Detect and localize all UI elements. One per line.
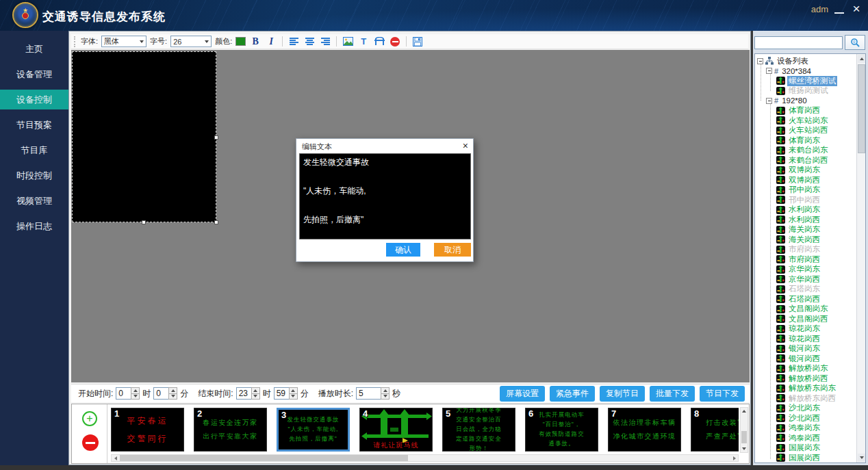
tree-device-row[interactable]: 火车站岗东: [755, 116, 856, 126]
tree-device-row[interactable]: 邗中岗西: [755, 195, 856, 205]
resize-handle-right[interactable]: [214, 135, 218, 140]
tree-device-row[interactable]: 体育岗西: [755, 106, 856, 116]
tree-device-row[interactable]: 银河岗西: [755, 354, 856, 364]
playlist-thumbnail[interactable]: 6 扎实开展电动车"百日整治"，有效预防道路交通事故。: [525, 408, 598, 452]
led-preview-panel[interactable]: [72, 51, 216, 222]
tree-device-row[interactable]: 双博岗西: [755, 175, 856, 185]
tree-device-row[interactable]: 京华岗东: [755, 265, 856, 275]
spin-down-button[interactable]: [168, 394, 177, 400]
playlist-thumbnail[interactable]: 5 大力开展秋冬季交通安全整治百日会战，全力稳定道路交通安全形势！: [442, 408, 515, 452]
scroll-up-icon[interactable]: [858, 55, 865, 63]
tree-device-row[interactable]: 琼花岗东: [755, 324, 856, 335]
tree-device-row[interactable]: 邗中岗东: [755, 185, 856, 196]
cancel-button[interactable]: 取消: [434, 243, 471, 257]
start-hour-value[interactable]: 0: [116, 387, 131, 400]
tree-device-row[interactable]: 鸿泰岗西: [755, 433, 856, 443]
playlist-thumbnail[interactable]: 1 平安春运交警同行: [111, 408, 184, 452]
search-button[interactable]: 0: [845, 35, 865, 50]
tree-root-row[interactable]: 设备列表: [755, 56, 856, 66]
spin-down-button[interactable]: [251, 394, 260, 400]
tree-group-row[interactable]: #192*80: [755, 96, 856, 106]
tree-device-row[interactable]: 体育岗东: [755, 135, 856, 146]
sidebar-item[interactable]: 节目库: [0, 140, 68, 160]
tree-device-row[interactable]: 银河岗东: [755, 344, 856, 354]
duration-value[interactable]: 5: [356, 387, 381, 400]
tree-device-row[interactable]: 螺丝湾桥测试: [755, 76, 856, 86]
spin-up-button[interactable]: [381, 387, 390, 394]
action-button[interactable]: 紧急事件: [550, 386, 595, 402]
close-button[interactable]: ×: [850, 2, 863, 16]
dialog-close-button[interactable]: ×: [463, 140, 468, 151]
font-select[interactable]: 黑体: [101, 36, 146, 47]
scrollbar-thumb[interactable]: [741, 431, 747, 443]
tree-device-row[interactable]: 水利岗西: [755, 215, 856, 225]
spin-down-button[interactable]: [131, 394, 140, 400]
tree-device-row[interactable]: 鸿泰岗东: [755, 423, 856, 434]
sidebar-item[interactable]: 节目预案: [0, 115, 68, 135]
tree-device-row[interactable]: 石塔岗西: [755, 294, 856, 304]
tree-device-row[interactable]: 国展岗东: [755, 443, 856, 454]
align-center-button[interactable]: [303, 36, 316, 48]
collapse-toggle-icon[interactable]: [757, 58, 763, 64]
resize-handle-corner[interactable]: [214, 220, 218, 224]
end-minute-value[interactable]: 59: [274, 387, 289, 400]
text-tool-button[interactable]: T: [357, 36, 370, 48]
no-entry-button[interactable]: [389, 36, 401, 48]
spin-down-button[interactable]: [381, 394, 390, 400]
tree-device-row[interactable]: 沙北岗东: [755, 404, 856, 414]
tree-device-row[interactable]: 海关岗东: [755, 225, 856, 235]
start-minute-spinner[interactable]: 0: [153, 387, 177, 400]
tree-device-row[interactable]: 海关岗西: [755, 235, 856, 245]
tree-device-row[interactable]: 解放桥东岗东: [755, 384, 856, 394]
tree-device-row[interactable]: 解放桥东岗西: [755, 393, 856, 404]
action-button[interactable]: 批量下发: [650, 386, 695, 402]
confirm-button[interactable]: 确认: [386, 243, 420, 257]
tree-device-row[interactable]: 双博岗东: [755, 166, 856, 176]
spin-up-button[interactable]: [289, 387, 298, 394]
tree-group-row[interactable]: #320*384: [755, 66, 856, 77]
tree-device-row[interactable]: 沙北岗西: [755, 413, 856, 423]
add-program-button[interactable]: +: [82, 411, 97, 426]
search-input[interactable]: [754, 36, 843, 49]
spin-up-button[interactable]: [251, 387, 260, 394]
align-left-button[interactable]: [288, 36, 300, 48]
tree-device-row[interactable]: 国展岗西: [755, 453, 856, 463]
save-button[interactable]: [411, 36, 424, 48]
sidebar-item[interactable]: 设备管理: [0, 64, 68, 84]
sidebar-item[interactable]: 操作日志: [0, 216, 68, 236]
scroll-down-icon[interactable]: [858, 454, 865, 462]
tree-device-row[interactable]: 市府岗东: [755, 245, 856, 255]
scrollbar-thumb[interactable]: [120, 455, 408, 461]
tree-device-row[interactable]: 市府岗西: [755, 254, 856, 265]
sidebar-item[interactable]: 视频管理: [0, 191, 68, 211]
horizontal-scrollbar[interactable]: [111, 454, 739, 462]
playlist-thumbnail[interactable]: 4: [359, 408, 433, 452]
collapse-toggle-icon[interactable]: [766, 98, 772, 104]
barrier-tool-button[interactable]: [373, 36, 385, 48]
tree-device-row[interactable]: 解放桥岗东: [755, 364, 856, 374]
spin-up-button[interactable]: [168, 387, 177, 394]
tree-scrollbar[interactable]: [856, 54, 865, 462]
bold-button[interactable]: B: [249, 36, 261, 48]
end-hour-spinner[interactable]: 23: [236, 387, 260, 400]
sidebar-item[interactable]: 主页: [0, 39, 68, 59]
end-minute-spinner[interactable]: 59: [274, 387, 298, 400]
insert-image-button[interactable]: [342, 36, 354, 48]
spin-up-button[interactable]: [131, 387, 140, 394]
resize-handle-bottom[interactable]: [142, 220, 146, 224]
playlist-thumbnail[interactable]: 3 发生轻微交通事故"人未伤，车能动,先拍照，后撤离": [277, 408, 350, 452]
align-right-button[interactable]: [319, 36, 331, 48]
tree-device-row[interactable]: 水利岗东: [755, 205, 856, 216]
minimize-button[interactable]: [834, 8, 845, 17]
tree-device-row[interactable]: 来鹤台岗东: [755, 146, 856, 156]
text-editor[interactable]: 发生轻微交通事故 "人未伤，车能动, 先拍照，后撤离": [299, 153, 471, 239]
action-button[interactable]: 节目下发: [700, 386, 745, 402]
italic-button[interactable]: I: [265, 36, 277, 48]
spin-down-button[interactable]: [289, 394, 298, 400]
vertical-scrollbar[interactable]: [740, 407, 748, 453]
action-button[interactable]: 复制节目: [600, 386, 645, 402]
playlist-thumbnail[interactable]: 8 打击改装"炸严查严处"机: [691, 408, 739, 452]
tree-device-row[interactable]: 文昌阁岗西: [755, 314, 856, 324]
end-hour-value[interactable]: 23: [236, 387, 251, 400]
scroll-up-icon[interactable]: [741, 408, 748, 415]
